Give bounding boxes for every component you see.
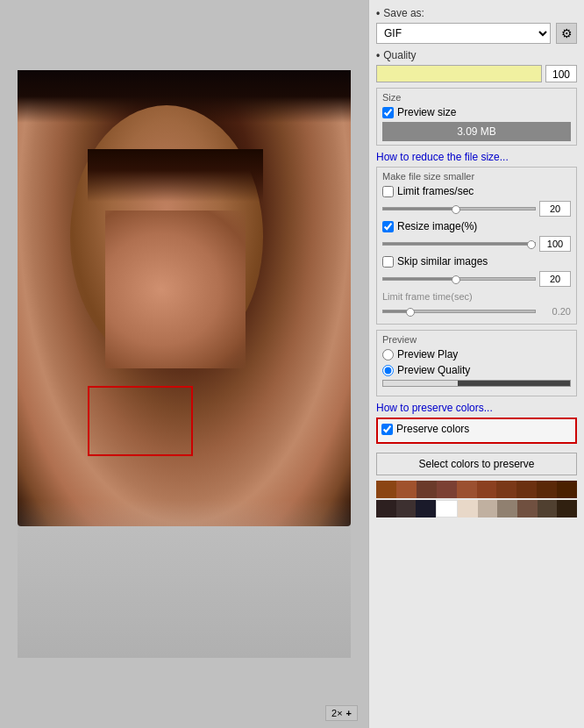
zoom-plus-icon[interactable]: + xyxy=(346,708,352,718)
image-canvas xyxy=(0,0,368,728)
preview-quality-row: Preview Quality xyxy=(382,364,571,376)
gear-button[interactable]: ⚙ xyxy=(556,23,577,44)
limit-frame-time-track[interactable] xyxy=(382,310,536,313)
select-colors-button[interactable]: Select colors to preserve xyxy=(376,453,577,475)
zoom-indicator: 2× + xyxy=(325,705,358,721)
preserve-colors-row: Preserve colors xyxy=(381,423,572,435)
swatch-12[interactable] xyxy=(396,500,417,517)
limit-frame-time-slider-row: 0.20 xyxy=(382,306,571,317)
preserve-colors-checkbox[interactable] xyxy=(381,424,393,435)
quality-bar[interactable] xyxy=(376,65,542,82)
resize-image-label: Resize image(%) xyxy=(397,220,477,232)
preview-section: Preview Preview Play Preview Quality xyxy=(376,330,577,396)
preview-size-label: Preview size xyxy=(397,106,456,118)
preview-play-row: Preview Play xyxy=(382,348,571,360)
limit-frames-row: Limit frames/sec xyxy=(382,185,571,197)
resize-image-input[interactable] xyxy=(539,236,571,252)
face-image xyxy=(18,70,351,526)
swatch-9[interactable] xyxy=(537,481,557,498)
limit-frames-input[interactable] xyxy=(539,201,571,217)
right-panel: • Save as: GIF PNG JPEG WebP ⚙ • Quality… xyxy=(368,0,584,728)
resize-image-checkbox[interactable] xyxy=(382,221,394,232)
quality-section-title: • Quality xyxy=(376,49,577,61)
zoom-level: 2× xyxy=(331,708,343,718)
preview-play-radio[interactable] xyxy=(382,349,394,360)
quality-label: Quality xyxy=(383,49,416,61)
limit-frames-label: Limit frames/sec xyxy=(397,185,474,197)
swatch-7[interactable] xyxy=(496,481,516,498)
swatch-14[interactable] xyxy=(436,500,458,517)
swatch-6[interactable] xyxy=(477,481,497,498)
skip-similar-slider-row xyxy=(382,271,571,287)
limit-frame-time-label: Limit frame time(sec) xyxy=(382,291,473,302)
preview-quality-label: Preview Quality xyxy=(397,364,470,376)
preserve-colors-box: Preserve colors xyxy=(376,418,577,444)
skip-similar-input[interactable] xyxy=(539,271,571,287)
preview-play-label: Preview Play xyxy=(397,348,458,360)
save-as-section-title: • Save as: xyxy=(376,7,577,19)
swatch-10[interactable] xyxy=(557,481,577,498)
skip-similar-checkbox[interactable] xyxy=(382,256,394,268)
preview-quality-radio[interactable] xyxy=(382,365,394,376)
save-as-row: GIF PNG JPEG WebP ⚙ xyxy=(376,23,577,44)
lip-selection-rect xyxy=(88,386,193,456)
swatch-15[interactable] xyxy=(458,500,478,517)
limit-frames-track[interactable] xyxy=(382,207,536,211)
preview-quality-slider[interactable] xyxy=(382,380,571,387)
swatch-19[interactable] xyxy=(538,500,558,517)
preserve-colors-link[interactable]: How to preserve colors... xyxy=(376,402,577,414)
file-size-button[interactable]: 3.09 MB xyxy=(382,122,571,141)
swatch-13[interactable] xyxy=(416,500,436,517)
swatch-18[interactable] xyxy=(517,500,538,517)
swatch-11[interactable] xyxy=(376,500,396,517)
limit-frames-slider-row xyxy=(382,201,571,217)
swatch-5[interactable] xyxy=(457,481,477,498)
reduce-file-size-link[interactable]: How to reduce the file size... xyxy=(376,151,577,163)
preview-size-checkbox[interactable] xyxy=(382,107,394,118)
swatch-4[interactable] xyxy=(437,481,457,498)
color-swatches-row2 xyxy=(376,500,577,517)
swatch-2[interactable] xyxy=(396,481,417,498)
skip-similar-track[interactable] xyxy=(382,277,536,281)
size-title: Size xyxy=(382,92,571,103)
preview-size-row: Preview size xyxy=(382,106,571,118)
skip-similar-label: Skip similar images xyxy=(397,255,488,268)
image-canvas-area: 2× + xyxy=(0,0,368,728)
limit-frames-checkbox[interactable] xyxy=(382,186,394,197)
swatch-17[interactable] xyxy=(497,500,517,517)
color-swatches-row1 xyxy=(376,481,577,498)
preview-title: Preview xyxy=(382,334,571,345)
make-smaller-title: Make file size smaller xyxy=(382,171,571,182)
format-select[interactable]: GIF PNG JPEG WebP xyxy=(376,23,551,44)
limit-frame-time-value: 0.20 xyxy=(539,306,571,317)
swatch-8[interactable] xyxy=(516,481,537,498)
resize-image-track[interactable] xyxy=(382,242,536,246)
swatch-16[interactable] xyxy=(478,500,498,517)
preserve-colors-label: Preserve colors xyxy=(396,423,469,435)
swatch-20[interactable] xyxy=(557,500,577,517)
quality-value: 100 xyxy=(545,65,577,82)
size-section: Size Preview size 3.09 MB xyxy=(376,88,577,146)
quality-row: 100 xyxy=(376,65,577,82)
make-smaller-section: Make file size smaller Limit frames/sec … xyxy=(376,167,577,325)
save-as-label: Save as: xyxy=(383,7,424,19)
swatch-3[interactable] xyxy=(417,481,437,498)
resize-image-row: Resize image(%) xyxy=(382,220,571,232)
skip-similar-row: Skip similar images xyxy=(382,255,571,268)
swatch-1[interactable] xyxy=(376,481,396,498)
resize-image-slider-row xyxy=(382,236,571,252)
